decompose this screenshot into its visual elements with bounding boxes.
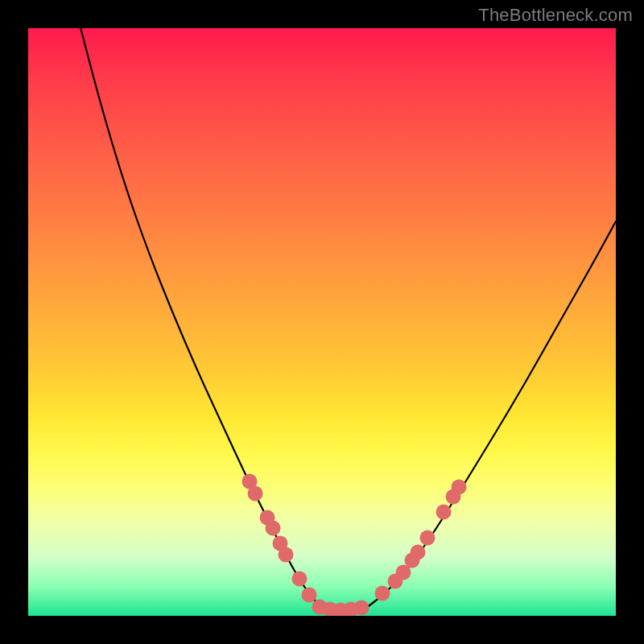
curve-right-arm <box>366 221 616 608</box>
marker-dot <box>452 480 467 495</box>
chart-frame: TheBottleneck.com <box>0 0 644 644</box>
chart-svg <box>28 28 616 616</box>
marker-dot <box>266 521 281 536</box>
marker-dot <box>292 572 308 587</box>
marker-dot <box>411 545 426 560</box>
curve-left-arm <box>76 28 322 608</box>
watermark-text: TheBottleneck.com <box>478 5 633 26</box>
marker-dot <box>279 547 294 563</box>
marker-dot <box>436 505 452 520</box>
marker-dot <box>375 586 390 601</box>
marker-dots <box>242 474 467 617</box>
marker-dot <box>420 530 436 546</box>
marker-dot <box>354 601 369 616</box>
plot-area <box>28 28 616 616</box>
marker-dot <box>302 588 317 603</box>
marker-dot <box>248 486 263 502</box>
